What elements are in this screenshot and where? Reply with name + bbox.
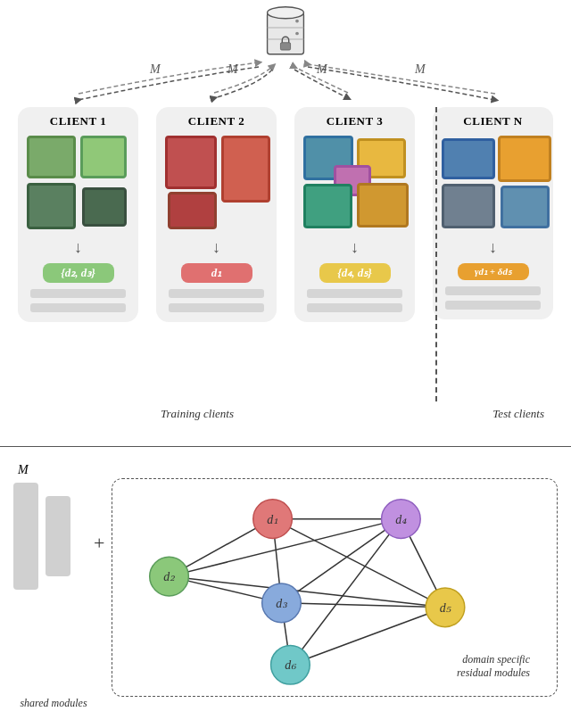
module-bar	[30, 303, 126, 312]
top-section: M M M M CLIENT 1 ↓ {d₂, d₃} CLIENT 2	[0, 0, 571, 446]
svg-text:M: M	[316, 62, 328, 76]
client1-title: CLIENT 1	[50, 114, 106, 128]
client3-domain: {d₄, d₅}	[319, 263, 391, 283]
svg-point-6	[295, 32, 299, 36]
training-label: Training clients	[161, 407, 234, 421]
img	[82, 187, 127, 227]
client3-title: CLIENT 3	[327, 114, 383, 128]
module-bar	[445, 286, 541, 295]
img	[442, 138, 495, 179]
client-card-3: CLIENT 3 ↓ {d₄, d₅}	[294, 107, 415, 322]
img	[357, 183, 409, 228]
clients-row: CLIENT 1 ↓ {d₂, d₃} CLIENT 2 ↓ d₁	[0, 107, 571, 322]
client2-title: CLIENT 2	[188, 114, 244, 128]
server-container	[259, 4, 312, 62]
shared-bar-short	[46, 496, 70, 576]
svg-point-5	[295, 20, 299, 23]
module-bar	[445, 301, 541, 310]
client1-images	[25, 134, 131, 232]
svg-rect-4	[280, 43, 290, 50]
client2-images	[163, 134, 269, 232]
svg-point-1	[268, 7, 304, 19]
svg-text:d₆: d₆	[285, 658, 297, 672]
svg-text:d₅: d₅	[440, 601, 451, 615]
module-bar	[307, 303, 402, 312]
domain-graph: d₁ d₂ d₃ d₄ d₅ d₆ domain specificresidua…	[112, 478, 558, 697]
svg-line-18	[281, 519, 401, 603]
separator	[435, 107, 437, 401]
down-arrow: ↓	[489, 238, 497, 257]
svg-text:M: M	[414, 62, 426, 76]
svg-text:M: M	[149, 62, 161, 76]
test-label: Test clients	[492, 407, 544, 421]
client-card-1: CLIENT 1 ↓ {d₂, d₃}	[18, 107, 138, 322]
client-card-N: CLIENT N ↓ γd₁ + δd₅	[433, 107, 553, 319]
server-icon	[259, 4, 312, 62]
img	[168, 192, 217, 229]
clientN-images	[440, 134, 546, 232]
module-bar	[30, 289, 126, 298]
img	[165, 136, 217, 189]
module-bar	[169, 303, 264, 312]
clientN-title: CLIENT N	[463, 114, 522, 128]
client2-domain: d₁	[181, 263, 252, 283]
client1-domain: {d₂, d₃}	[43, 263, 114, 283]
svg-text:d₁: d₁	[267, 513, 278, 526]
client3-images	[302, 134, 408, 232]
plus-sign: +	[94, 532, 104, 555]
svg-line-17	[170, 576, 445, 608]
img	[221, 136, 270, 203]
svg-text:d₄: d₄	[395, 513, 407, 526]
img	[27, 136, 76, 178]
clientN-domain: γd₁ + δd₅	[458, 263, 529, 280]
img	[27, 183, 76, 229]
down-arrow: ↓	[351, 238, 359, 257]
img	[442, 184, 495, 228]
img	[501, 186, 550, 228]
shared-modules-label: shared modules	[9, 697, 98, 710]
module-bar	[169, 289, 264, 298]
down-arrow: ↓	[212, 238, 220, 257]
shared-bar-tall	[13, 483, 38, 590]
svg-text:d₃: d₃	[276, 597, 287, 610]
down-arrow: ↓	[74, 238, 82, 257]
img	[80, 136, 127, 178]
svg-line-23	[290, 608, 445, 665]
img	[303, 184, 352, 228]
img	[498, 136, 551, 182]
m-label: M	[18, 463, 29, 477]
svg-text:d₂: d₂	[163, 570, 175, 583]
bottom-section: M shared modules + d₁	[0, 446, 571, 728]
svg-text:M: M	[227, 62, 239, 76]
module-bar	[307, 289, 402, 298]
shared-modules	[13, 483, 70, 590]
domain-specific-label: domain specificresidual modules	[457, 653, 530, 680]
client-card-2: CLIENT 2 ↓ d₁	[156, 107, 277, 322]
